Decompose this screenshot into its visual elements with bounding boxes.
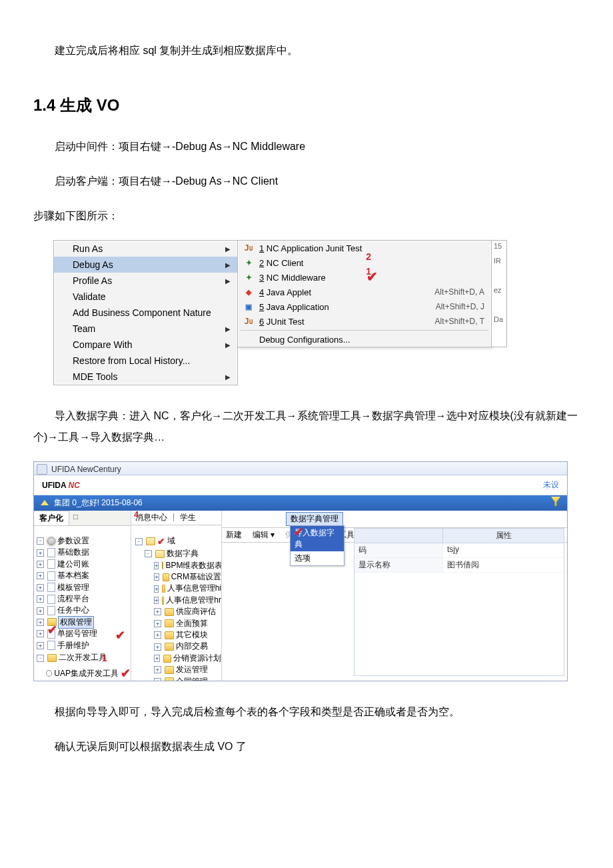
tree-node[interactable]: +任务中心 xyxy=(37,605,131,616)
gutter-text: IR xyxy=(492,255,506,270)
folder-icon xyxy=(155,550,165,558)
properties-panel: 属性 码tsjy显示名称图书借阅 xyxy=(354,528,564,676)
expand-toggle-icon[interactable]: + xyxy=(37,642,44,649)
folder-icon xyxy=(165,631,174,639)
tree-node[interactable]: +模板管理 xyxy=(37,582,131,593)
folder-icon xyxy=(165,608,174,616)
tree-node[interactable]: +合同管理 xyxy=(154,676,221,681)
property-row: 码tsjy xyxy=(354,543,564,558)
expand-toggle-icon[interactable]: + xyxy=(37,630,44,637)
java-app-icon: ▣ xyxy=(242,301,255,312)
toolbar-action[interactable]: 编辑 ▾ xyxy=(253,529,275,541)
tree-node[interactable]: +发运管理 xyxy=(154,664,221,675)
folder-icon xyxy=(165,643,174,651)
tab-kehu-hua[interactable]: 客户化 xyxy=(34,511,69,525)
toolbar-action[interactable]: 新建 xyxy=(226,529,242,541)
tab-data-dict-mgmt[interactable]: 数据字典管理 xyxy=(286,512,343,526)
tree-node[interactable]: UAP集成开发工具✔ xyxy=(46,665,131,681)
menu-item[interactable]: Add Business Component Nature xyxy=(54,305,237,321)
expand-toggle-icon[interactable]: + xyxy=(37,561,44,568)
dropdown-item[interactable]: 导入数据字典 xyxy=(291,526,344,551)
expand-toggle-icon[interactable]: + xyxy=(37,607,44,615)
submenu-item[interactable]: ✦3 NC Middleware1✔ xyxy=(238,270,491,285)
tree-node[interactable]: +CRM基础设置 xyxy=(154,571,221,583)
folder-icon xyxy=(146,537,155,545)
context-menu: Run As▶Debug As▶Profile As▶ValidateAdd B… xyxy=(53,240,238,385)
tab-message-center[interactable]: 4 消息中心 xyxy=(135,512,167,523)
brand-bar: UFIDA NC 未设 xyxy=(34,475,567,495)
gutter-text: Da xyxy=(492,314,506,329)
submenu-item[interactable]: ▣5 Java ApplicationAlt+Shift+D, J xyxy=(238,299,491,314)
menu-item[interactable]: Debug As▶ xyxy=(54,257,237,273)
java-applet-icon: ◆ xyxy=(242,287,255,297)
brand-text-nc: NC xyxy=(69,481,80,490)
right-toolbar: 数据字典管理 xyxy=(222,511,567,528)
expand-toggle-icon[interactable]: + xyxy=(37,549,44,557)
tree-node[interactable]: +单据号管理 xyxy=(37,628,131,639)
document-icon xyxy=(47,595,55,604)
submenu-arrow-icon: ▶ xyxy=(225,341,231,349)
submenu-item[interactable]: ✦2 NC Client2 xyxy=(238,255,491,270)
tree-node[interactable]: +基础数据 xyxy=(37,547,131,558)
expand-toggle-icon[interactable]: + xyxy=(37,572,44,579)
menu-item[interactable]: Run As▶ xyxy=(54,241,237,257)
submenu-item-debug-configs[interactable]: Debug Configurations... xyxy=(238,332,491,347)
tree-node[interactable]: +人事信息管理hi xyxy=(154,583,221,594)
menu-item[interactable]: Team▶ xyxy=(54,321,237,337)
tree-node[interactable]: +供应商评估 xyxy=(154,606,221,617)
run-icon: ✦ xyxy=(242,257,255,268)
home-icon[interactable] xyxy=(41,500,49,505)
expand-toggle-icon[interactable]: + xyxy=(37,619,44,626)
expand-toggle-icon[interactable]: + xyxy=(37,595,44,603)
minimize-icon[interactable]: □ xyxy=(69,511,82,525)
submenu-item[interactable]: JU6 JUnit TestAlt+Shift+D, T xyxy=(238,314,491,329)
filter-icon[interactable] xyxy=(551,497,560,506)
properties-header: 属性 xyxy=(443,529,564,543)
tree-node[interactable]: +BPM维表数据表 xyxy=(154,560,221,571)
tree-node[interactable]: +权限管理 xyxy=(37,617,131,628)
tree-node[interactable]: +全面预算 xyxy=(154,618,221,629)
tree-node[interactable]: +其它模块 xyxy=(154,629,221,641)
tree-node[interactable]: +人事信息管理hr xyxy=(154,595,221,606)
submenu-arrow-icon: ▶ xyxy=(225,245,231,253)
brand-text-ufida: UFIDA xyxy=(42,481,69,490)
tree-node[interactable]: +手册维护 xyxy=(37,640,131,651)
paragraph: 确认无误后则可以根据数据表生成 VO 了 xyxy=(33,736,580,757)
tree-node[interactable]: -二次开发工具1 xyxy=(37,651,131,665)
folder-icon xyxy=(165,666,174,674)
submenu-item[interactable]: JU1 NC Application Junit Test xyxy=(238,241,491,255)
menu-item[interactable]: MDE Tools▶ xyxy=(54,369,237,385)
expand-toggle-icon[interactable]: - xyxy=(37,537,44,545)
bullet-icon xyxy=(46,670,52,677)
menu-item[interactable]: Restore from Local History... xyxy=(54,353,237,369)
tree-node[interactable]: +内部交易 xyxy=(154,641,221,652)
dropdown-item[interactable]: 选项 xyxy=(291,551,344,565)
tree-node[interactable]: +流程平台 xyxy=(37,593,131,605)
menu-item[interactable]: Compare With▶ xyxy=(54,337,237,353)
folder-icon xyxy=(165,677,174,681)
shortcut-label: Alt+Shift+D, T xyxy=(435,317,484,326)
mid-tabbar: 4 消息中心 | 学生 xyxy=(131,511,221,525)
menu-item[interactable]: Validate xyxy=(54,289,237,305)
window-title: UFIDA NewCentury xyxy=(51,465,121,474)
tree-node[interactable]: +建公司账 xyxy=(37,559,131,570)
annotation-number: 2 xyxy=(366,251,371,262)
expand-toggle-icon[interactable]: + xyxy=(37,584,44,591)
document-icon xyxy=(47,548,55,557)
tree-node[interactable]: -✔域 xyxy=(135,535,221,548)
tree-node[interactable]: +分销资源计划 xyxy=(154,653,221,664)
menu-item[interactable]: Profile As▶ xyxy=(54,273,237,289)
junit-icon: JU xyxy=(242,243,255,253)
figure-ufida-nc-screenshot: UFIDA NewCentury UFIDA NC 未设 集团 0_您好! 20… xyxy=(33,461,580,681)
document-icon xyxy=(47,641,55,650)
paragraph: 导入数据字典：进入 NC，客户化→二次开发工具→系统管理工具→数据字典管理→选中… xyxy=(33,405,580,448)
expand-toggle-icon[interactable]: - xyxy=(37,655,44,662)
gear-icon xyxy=(47,537,55,545)
tab-student[interactable]: 学生 xyxy=(180,512,196,523)
gutter-text xyxy=(492,270,506,285)
submenu-item[interactable]: ◆4 Java AppletAlt+Shift+D, A xyxy=(238,285,491,299)
paragraph: 启动客户端：项目右键→-Debug As→NC Client xyxy=(33,171,580,192)
tree-node[interactable]: -参数设置 xyxy=(37,535,131,547)
tree-node[interactable]: -数据字典 xyxy=(145,548,221,559)
tree-node[interactable]: +基本档案 xyxy=(37,570,131,581)
